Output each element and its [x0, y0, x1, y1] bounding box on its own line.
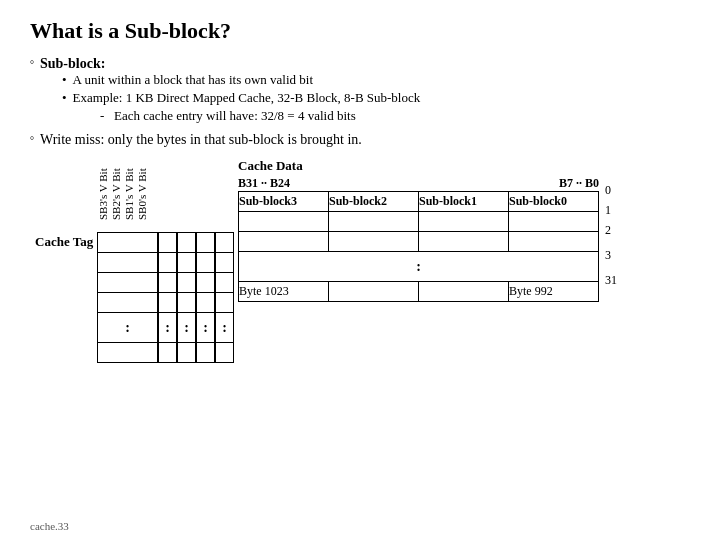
vbit-sb2-table: : — [177, 232, 196, 363]
vbit-label-sb2: SB2's V Bit — [110, 158, 122, 230]
data-row-byte: Byte 1023 Byte 992 — [239, 282, 599, 302]
footer-note: cache.33 — [30, 520, 69, 532]
tag-row-last — [98, 343, 158, 363]
sub-bullet-1-1: • A unit within a block that has its own… — [62, 72, 420, 88]
vbit-col-sb2: SB2's V Bit — [110, 158, 122, 232]
bullets-section: ° Sub-block: • A unit within a block tha… — [30, 56, 690, 148]
dot-2: • — [62, 90, 67, 106]
data-row-2 — [239, 232, 599, 252]
cache-data-label: Cache Data — [238, 158, 599, 174]
tag-row-0 — [98, 233, 158, 253]
bullet-2: ° Write miss: only the bytes in that sub… — [30, 132, 690, 148]
cache-tag-label: Cache Tag — [35, 234, 97, 250]
tag-column-table: : — [97, 232, 158, 363]
slide: What is a Sub-block? ° Sub-block: • A un… — [0, 0, 720, 540]
vbit-col-sb1: SB1's V Bit — [123, 158, 135, 232]
bullet-1-circle: ° — [30, 59, 34, 70]
vbit-label-sb3: SB3's V Bit — [97, 158, 109, 230]
data-header-right: B7 ·· B0 — [519, 176, 599, 191]
cache-data-section: Cache Data B31 ·· B24 B7 ·· B0 Sub-block… — [234, 158, 599, 302]
tag-row-1 — [98, 253, 158, 273]
dash-line: - Each cache entry will have: 32/8 = 4 v… — [100, 108, 420, 124]
vbit-sb3-table: : — [158, 232, 177, 363]
vbit-sb1-table: : — [196, 232, 215, 363]
vbit-sb0-table: : — [215, 232, 234, 363]
bullet-1: ° Sub-block: • A unit within a block tha… — [30, 56, 690, 128]
row-num-last: 31 — [603, 270, 617, 290]
data-header-left: B31 ·· B24 — [238, 176, 519, 191]
vbit-label-sb1: SB1's V Bit — [123, 158, 135, 230]
sub-bullet-1-2: • Example: 1 KB Direct Mapped Cache, 32-… — [62, 90, 420, 106]
tag-row-3 — [98, 293, 158, 313]
bullet-2-circle: ° — [30, 135, 34, 146]
dot-1: • — [62, 72, 67, 88]
sub-bullets-1: • A unit within a block that has its own… — [62, 72, 420, 124]
bullet-1-label: Sub-block: — [40, 56, 105, 71]
row-num-2: 2 — [603, 220, 617, 240]
row-num-3: 3 — [603, 240, 617, 270]
cache-data-table: Sub-block3 Sub-block2 Sub-block1 Sub-blo… — [238, 191, 599, 302]
subblock-header-row: Sub-block3 Sub-block2 Sub-block1 Sub-blo… — [239, 192, 599, 212]
tag-row-dots: : — [98, 313, 158, 343]
row-num-0: 0 — [603, 180, 617, 200]
row-numbers: 0 1 2 3 31 — [603, 160, 617, 290]
vbit-col-sb0: SB0's V Bit — [136, 158, 148, 232]
data-row-dots: : — [239, 252, 599, 282]
vbit-label-sb0: SB0's V Bit — [136, 158, 148, 230]
row-num-offset — [603, 160, 617, 180]
data-row-1 — [239, 212, 599, 232]
diagram: SB3's V Bit SB2's V Bit SB1's V Bit SB0'… — [35, 158, 690, 363]
vbit-col-sb3: SB3's V Bit — [97, 158, 109, 232]
row-num-1: 1 — [603, 200, 617, 220]
tag-row-2 — [98, 273, 158, 293]
slide-title: What is a Sub-block? — [30, 18, 690, 44]
